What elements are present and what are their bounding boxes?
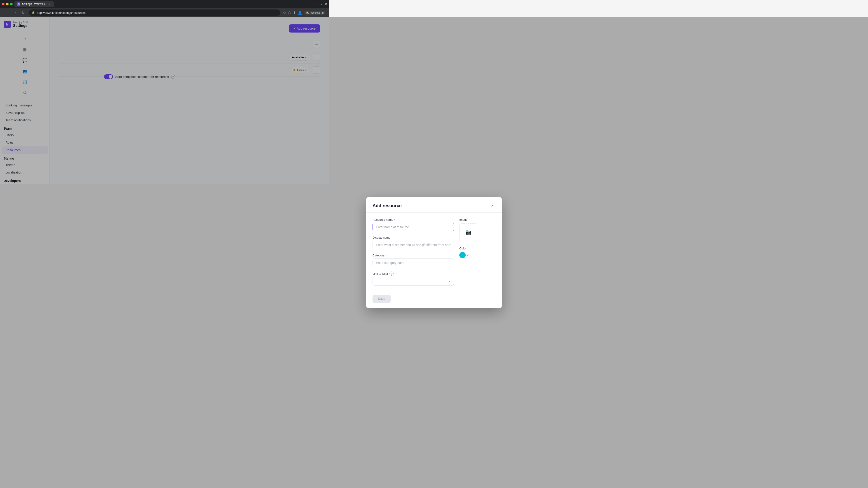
minimize-icon[interactable]: ─ <box>314 2 316 6</box>
nav-buttons: ← → ↻ <box>4 9 26 16</box>
back-button[interactable]: ← <box>4 9 10 16</box>
tab-title: Settings | Waitwhile <box>22 2 46 6</box>
download-icon[interactable]: ⬇ <box>293 11 296 15</box>
reload-button[interactable]: ↻ <box>20 9 26 16</box>
incognito-label: Incognito (2) <box>310 11 324 14</box>
profile-icon[interactable]: 👤 <box>298 11 302 15</box>
forward-button[interactable]: → <box>12 9 18 16</box>
incognito-icon: 🕵 <box>306 11 309 14</box>
tab-favicon: M <box>17 2 20 6</box>
close-icon[interactable]: ✕ <box>324 2 327 6</box>
incognito-badge: 🕵 Incognito (2) <box>304 11 326 15</box>
restore-icon[interactable]: ▭ <box>319 2 322 6</box>
tab-close-button[interactable]: ✕ <box>48 2 51 6</box>
active-tab[interactable]: M Settings | Waitwhile ✕ <box>14 1 54 7</box>
toolbar-icons: ☆ ⬡ ⬇ 👤 🕵 Incognito (2) <box>283 11 326 15</box>
close-window-button[interactable] <box>2 3 4 5</box>
minimize-window-button[interactable] <box>6 3 8 5</box>
modal-overlay: Add resource × Resource name * Dis <box>0 17 329 184</box>
browser-traffic-lights <box>2 3 13 5</box>
lock-icon: 🔒 <box>32 11 35 14</box>
url-text: app.waitwhile.com/settings/resources <box>37 11 86 14</box>
bookmark-icon[interactable]: ☆ <box>283 11 286 15</box>
window-controls: ─ ▭ ✕ <box>314 2 327 6</box>
maximize-window-button[interactable] <box>10 3 13 5</box>
url-bar[interactable]: 🔒 app.waitwhile.com/settings/resources <box>29 9 280 16</box>
tab-bar: M Settings | Waitwhile ✕ + <box>14 0 312 8</box>
extensions-icon[interactable]: ⬡ <box>288 11 291 15</box>
address-bar: ← → ↻ 🔒 app.waitwhile.com/settings/resou… <box>0 8 329 17</box>
new-tab-button[interactable]: + <box>55 1 61 7</box>
browser-chrome: M Settings | Waitwhile ✕ + ─ ▭ ✕ <box>0 0 329 8</box>
